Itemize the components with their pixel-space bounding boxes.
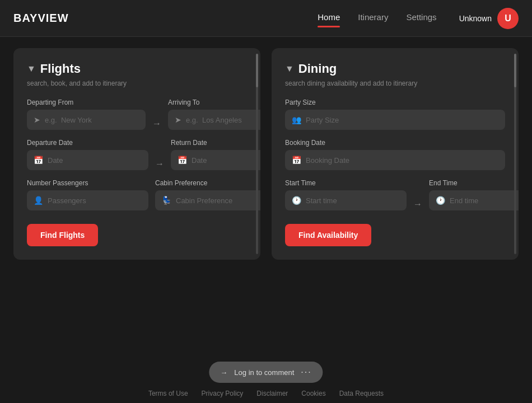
- seat-icon: 💺: [162, 196, 171, 205]
- route-arrow: →: [152, 119, 161, 130]
- passengers-group: Number Passengers 👤: [27, 179, 148, 210]
- comment-bar[interactable]: → Log in to comment ···: [209, 362, 323, 383]
- location-icon-arr: ➤: [175, 115, 181, 124]
- dining-chevron-icon: ▼: [285, 64, 294, 74]
- calendar-icon-ret: 📅: [178, 156, 187, 165]
- flights-chevron-icon: ▼: [27, 64, 36, 74]
- nav-home[interactable]: Home: [318, 12, 340, 24]
- dining-subtitle: search dining availability and add to it…: [285, 79, 505, 87]
- cabin-input[interactable]: [176, 196, 260, 205]
- arriving-label: Arriving To: [168, 99, 260, 106]
- party-icon: 👥: [292, 115, 301, 124]
- footer-cookies[interactable]: Cookies: [301, 390, 325, 397]
- person-icon: 👤: [34, 196, 43, 205]
- find-flights-button[interactable]: Find Flights: [27, 224, 98, 246]
- passengers-input-wrap: 👤: [27, 190, 148, 210]
- scroll-track-dining: [514, 54, 516, 254]
- nav-user: Unknown U: [459, 8, 519, 29]
- footer-privacy[interactable]: Privacy Policy: [202, 390, 244, 397]
- footer-terms[interactable]: Terms of Use: [148, 390, 188, 397]
- comment-bar-label[interactable]: Log in to comment: [234, 368, 294, 377]
- departure-date-input[interactable]: [48, 156, 142, 165]
- clock-icon-start: 🕐: [292, 196, 301, 205]
- party-size-label: Party Size: [285, 99, 505, 106]
- scroll-track-flights: [256, 54, 258, 254]
- departing-label: Departing From: [27, 99, 146, 106]
- end-time-wrap: 🕐: [429, 190, 519, 210]
- cabin-input-wrap: 💺: [155, 190, 260, 210]
- end-time-group: End Time 🕐: [429, 179, 519, 210]
- party-size-group: Party Size 👥: [285, 99, 505, 130]
- footer-data-requests[interactable]: Data Requests: [339, 390, 384, 397]
- booking-date-row: Booking Date 📅: [285, 139, 505, 170]
- return-date-wrap: 📅: [171, 150, 260, 170]
- nav-settings[interactable]: Settings: [406, 12, 436, 24]
- find-availability-button[interactable]: Find Availability: [285, 224, 371, 246]
- dining-header: ▼ Dining: [285, 62, 505, 76]
- return-date-input[interactable]: [192, 156, 260, 165]
- end-time-input[interactable]: [450, 196, 519, 205]
- location-icon-dep: ➤: [34, 115, 40, 124]
- end-time-label: End Time: [429, 179, 519, 187]
- arriving-input-wrap: ➤: [168, 110, 260, 130]
- start-time-group: Start Time 🕐: [285, 179, 407, 210]
- start-time-wrap: 🕐: [285, 190, 407, 210]
- flights-header: ▼ Flights: [27, 62, 247, 76]
- flights-dates-row: Departure Date 📅 → Return Date 📅: [27, 139, 247, 170]
- dining-title: Dining: [298, 62, 337, 76]
- comment-bar-dots[interactable]: ···: [301, 367, 311, 377]
- user-name: Unknown: [459, 14, 492, 23]
- flights-route-row: Departing From ➤ → Arriving To ➤: [27, 99, 247, 130]
- flights-card: ▼ Flights search, book, and add to itine…: [13, 48, 260, 260]
- scroll-thumb-dining: [514, 54, 516, 87]
- party-size-row: Party Size 👥: [285, 99, 505, 130]
- calendar-icon-dep: 📅: [34, 156, 43, 165]
- calendar-icon-booking: 📅: [292, 156, 301, 165]
- footer-links: Terms of Use Privacy Policy Disclaimer C…: [0, 390, 532, 397]
- time-arrow: →: [413, 199, 422, 210]
- arriving-input[interactable]: [186, 116, 260, 124]
- start-time-label: Start Time: [285, 179, 407, 187]
- departure-date-label: Departure Date: [27, 139, 148, 147]
- party-size-wrap: 👥: [285, 110, 505, 130]
- booking-date-wrap: 📅: [285, 150, 505, 170]
- return-date-label: Return Date: [171, 139, 260, 147]
- scroll-thumb-flights: [256, 54, 258, 87]
- footer-disclaimer[interactable]: Disclaimer: [256, 390, 288, 397]
- date-arrow: →: [155, 159, 164, 170]
- passengers-input[interactable]: [48, 196, 142, 205]
- cabin-label: Cabin Preference: [155, 179, 260, 187]
- departure-date-group: Departure Date 📅: [27, 139, 148, 170]
- booking-date-label: Booking Date: [285, 139, 505, 147]
- flights-pax-row: Number Passengers 👤 Cabin Preference 💺: [27, 179, 247, 210]
- nav-itinerary[interactable]: Itinerary: [358, 12, 388, 24]
- clock-icon-end: 🕐: [436, 196, 445, 205]
- departure-date-wrap: 📅: [27, 150, 148, 170]
- departing-group: Departing From ➤: [27, 99, 146, 130]
- nav-links: Home Itinerary Settings: [318, 12, 436, 24]
- main-content: ▼ Flights search, book, and add to itine…: [0, 37, 532, 304]
- flights-subtitle: search, book, and add to itinerary: [27, 79, 247, 87]
- arriving-group: Arriving To ➤: [168, 99, 260, 130]
- passengers-label: Number Passengers: [27, 179, 148, 187]
- time-row: Start Time 🕐 → End Time 🕐: [285, 179, 505, 210]
- cabin-group: Cabin Preference 💺: [155, 179, 260, 210]
- booking-date-input[interactable]: [306, 156, 498, 165]
- party-size-input[interactable]: [306, 116, 498, 124]
- navbar: BAYVIEW Home Itinerary Settings Unknown …: [0, 0, 532, 37]
- flights-title: Flights: [40, 62, 81, 76]
- departing-input-wrap: ➤: [27, 110, 146, 130]
- departing-input[interactable]: [45, 116, 139, 124]
- booking-date-group: Booking Date 📅: [285, 139, 505, 170]
- avatar[interactable]: U: [497, 8, 519, 29]
- start-time-input[interactable]: [306, 196, 400, 205]
- return-date-group: Return Date 📅: [171, 139, 260, 170]
- brand-logo: BAYVIEW: [13, 12, 69, 25]
- comment-arrow-icon: →: [220, 368, 227, 377]
- dining-card: ▼ Dining search dining availability and …: [272, 48, 519, 260]
